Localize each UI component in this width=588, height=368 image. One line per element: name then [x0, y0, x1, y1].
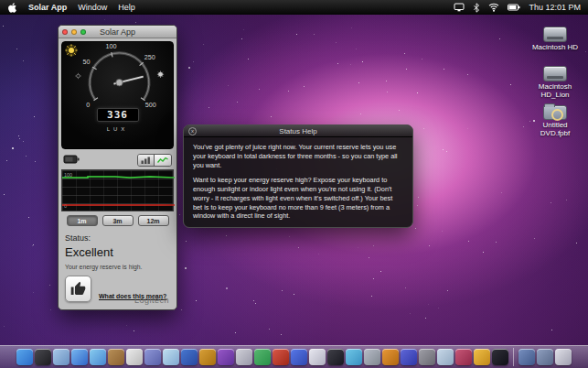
- desktop-icon-label: Macintosh HD_Lion: [529, 83, 582, 100]
- dock-icon-app-19[interactable]: [346, 349, 362, 365]
- dock-icon-app-21[interactable]: [382, 349, 399, 365]
- desktop: Solar App Window Help Thu 12:01 PM Macin…: [0, 0, 588, 368]
- menu-bar: Solar App Window Help Thu 12:01 PM: [0, 0, 588, 15]
- dock-icon-app-16[interactable]: [291, 349, 307, 365]
- dock-icon-app-6[interactable]: [108, 349, 124, 365]
- range-12m-button[interactable]: 12m: [138, 215, 169, 226]
- range-3m-button[interactable]: 3m: [102, 215, 134, 226]
- dock-icon-app-5[interactable]: [90, 349, 106, 365]
- desktop-icon-label: Untitled DVD.fpbf: [529, 122, 582, 138]
- dock-icon-documents-stack[interactable]: [537, 349, 553, 365]
- dock-icon-app-26[interactable]: [474, 349, 490, 365]
- status-help-title: Status Help: [184, 127, 412, 135]
- gauge-tick-0: 0: [86, 101, 90, 109]
- solar-app-titlebar[interactable]: Solar App: [59, 26, 176, 38]
- dock-icon-app-23[interactable]: [419, 349, 435, 365]
- gauge-tick-100: 100: [106, 43, 117, 50]
- gauge-tick-250: 250: [144, 53, 155, 61]
- window-title: Solar App: [59, 27, 176, 37]
- status-help-titlebar[interactable]: x Status Help: [184, 125, 412, 137]
- dock-icon-app-10[interactable]: [181, 349, 198, 365]
- status-detail: Your energy reserve is high.: [65, 264, 170, 270]
- wifi-icon[interactable]: [488, 3, 499, 12]
- dock-icon-app-8[interactable]: [144, 349, 161, 365]
- dock: [0, 345, 588, 368]
- menu-window[interactable]: Window: [78, 3, 107, 12]
- lux-readout: 336: [97, 108, 139, 122]
- hard-drive-icon: [543, 27, 567, 42]
- bar-chart-button[interactable]: [138, 155, 155, 166]
- hard-drive-icon: [543, 66, 567, 81]
- dock-icon-app-9[interactable]: [163, 349, 179, 365]
- dim-sun-icon: [75, 73, 80, 79]
- apple-menu-icon[interactable]: [7, 3, 17, 13]
- dock-icon-app-27[interactable]: [492, 349, 508, 365]
- solar-app-window: Solar App 0 50 100: [58, 25, 177, 310]
- display-icon[interactable]: [454, 3, 465, 12]
- dock-icon-finder[interactable]: [16, 349, 33, 365]
- dock-icon-downloads-stack[interactable]: [519, 349, 535, 365]
- bluetooth-icon[interactable]: [473, 3, 480, 13]
- dock-icon-app-13[interactable]: [236, 349, 252, 365]
- dock-icon-dashboard[interactable]: [35, 349, 51, 365]
- menu-help[interactable]: Help: [118, 3, 135, 12]
- menu-solar-app[interactable]: Solar App: [28, 3, 67, 12]
- help-paragraph-1: You've got plenty of juice right now. Yo…: [193, 143, 403, 169]
- dock-icon-app-7[interactable]: [126, 349, 143, 365]
- dock-icon-app-20[interactable]: [364, 349, 380, 365]
- keyboard-battery-icon: [63, 152, 81, 168]
- desktop-icon-label: Macintosh HD: [529, 44, 582, 52]
- menu-clock[interactable]: Thu 12:01 PM: [529, 3, 581, 12]
- dock-separator: [513, 348, 514, 366]
- graph-y-min: 0: [64, 203, 67, 209]
- dock-icon-safari[interactable]: [71, 349, 88, 365]
- time-range-buttons: 1m 3m 12m: [59, 215, 176, 226]
- chart-mode-toggle: [137, 154, 172, 167]
- status-help-body: You've got plenty of juice right now. Yo…: [184, 137, 412, 226]
- line-chart-button[interactable]: [155, 155, 171, 166]
- reserve-line: [62, 177, 175, 178]
- bright-sun-icon: [157, 71, 164, 78]
- dock-icon-row: [16, 348, 572, 366]
- dock-icon-app-15[interactable]: [273, 349, 289, 365]
- dock-icon-app-11[interactable]: [199, 349, 216, 365]
- dock-icon-app-14[interactable]: [254, 349, 271, 365]
- gauge-tick-50: 50: [83, 58, 91, 66]
- battery-icon[interactable]: [508, 4, 520, 11]
- dock-icon-trash[interactable]: [555, 349, 572, 365]
- desktop-icon-macintosh-hd[interactable]: Macintosh HD: [529, 27, 582, 52]
- lux-gauge-panel: 0 50 100 250 500 336 LUX: [61, 41, 174, 149]
- gauge-tick-500: 500: [145, 101, 156, 109]
- lux-gauge: 0 50 100 250 500: [65, 43, 174, 109]
- desktop-icon-untitled-dvd[interactable]: Untitled DVD.fpbf: [529, 103, 582, 138]
- thumbs-up-icon: [65, 276, 91, 302]
- dock-icon-app-22[interactable]: [401, 349, 417, 365]
- dock-icon-app-25[interactable]: [455, 349, 472, 365]
- dock-icon-app-3[interactable]: [53, 349, 69, 365]
- desktop-icon-macintosh-hd-lion[interactable]: Macintosh HD_Lion: [529, 66, 582, 100]
- dock-icon-app-17[interactable]: [309, 349, 326, 365]
- dock-icon-app-18[interactable]: [327, 349, 344, 365]
- lux-unit-label: LUX: [62, 126, 173, 132]
- logitech-logo: Logitech: [134, 296, 169, 305]
- graph-y-max: 100: [64, 172, 72, 178]
- range-1m-button[interactable]: 1m: [67, 215, 98, 226]
- burn-folder-icon: [543, 105, 567, 120]
- history-graph: 100 0: [61, 169, 174, 211]
- dock-icon-app-24[interactable]: [437, 349, 454, 365]
- status-help-window: x Status Help You've got plenty of juice…: [183, 124, 413, 228]
- dock-icon-app-12[interactable]: [218, 349, 234, 365]
- status-label: Status:: [65, 233, 170, 243]
- status-value: Excellent: [65, 245, 170, 259]
- help-paragraph-2: Want to keep your energy reserve high? E…: [193, 176, 403, 221]
